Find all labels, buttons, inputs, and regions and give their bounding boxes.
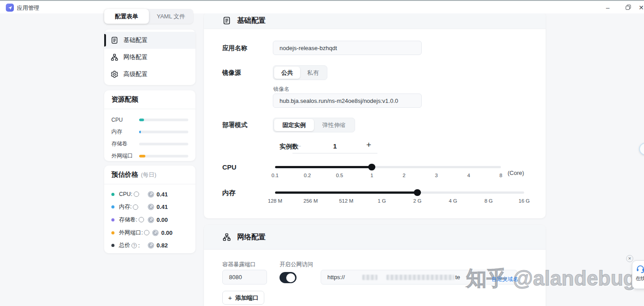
quota-row: 存储卷: [111, 138, 188, 150]
quota-row: 外网端口: [111, 150, 188, 162]
close-icon: ✕: [639, 4, 644, 11]
segmented-option[interactable]: 公共: [274, 67, 300, 79]
deploy-mode-segmented: 固定实例弹性伸缩: [273, 118, 355, 132]
sidebar-nav-item[interactable]: 高级配置: [104, 66, 195, 83]
add-port-button[interactable]: + 添加端口: [222, 291, 264, 305]
memory-slider[interactable]: 128 M256 M512 M1 G2 G4 G8 G16 G: [275, 186, 524, 205]
sidebar-nav-item[interactable]: 基础配置: [104, 32, 195, 49]
deploy-mode-label: 部署模式: [222, 121, 247, 129]
quota-progress-bar: [139, 143, 188, 145]
legend-dot: [111, 218, 114, 221]
quota-progress-bar: [139, 131, 188, 133]
legend-dot: [111, 231, 114, 234]
app-logo-rocket-icon: [6, 4, 14, 12]
price-subtitle: (每日): [141, 171, 157, 179]
public-access-label: 开启公网访问: [280, 261, 313, 268]
public-access-toggle[interactable]: [280, 272, 297, 283]
legend-dot: [111, 193, 114, 196]
slider-tick-label: 0.1: [271, 173, 279, 178]
basic-config-section: 基础配置 应用名称 镜像源 公共私有 镜像名 部署模式 固定实例弹性伸缩 实例数…: [204, 13, 546, 218]
slider-tick-label: 1: [370, 173, 373, 178]
maximize-button[interactable]: [618, 1, 637, 14]
minimize-button[interactable]: –: [597, 1, 618, 14]
coin-icon: [148, 191, 154, 198]
container-port-label: 容器暴露端口: [222, 261, 256, 268]
quota-title: 资源配额: [111, 95, 138, 104]
customer-service-widget[interactable]: 在线客服: [632, 260, 644, 289]
slider-tick-label: 0.5: [336, 173, 343, 178]
coin-icon: [148, 204, 154, 210]
price-row: CPU: 0.41: [111, 188, 188, 201]
memory-slider-thumb[interactable]: [414, 189, 421, 196]
coin-icon: [148, 242, 154, 249]
slider-tick-label: 4: [467, 173, 470, 178]
doc-icon: [110, 36, 119, 44]
resource-quota-card: 资源配额 CPU 内存 存储卷 外网端口: [104, 90, 195, 161]
protocol-prefix: https://: [321, 274, 362, 280]
cpu-slider-fill: [275, 166, 372, 168]
coin-icon: [148, 217, 154, 223]
slider-tick-label: 3: [435, 173, 438, 178]
toggle-knob: [286, 273, 295, 282]
slider-tick-label: 2 G: [413, 198, 422, 204]
custom-domain-link[interactable]: 自定义域名: [491, 276, 518, 283]
replicas-underline: [292, 141, 377, 153]
slider-tick-label: 16 G: [519, 198, 530, 204]
image-name-input[interactable]: [273, 94, 422, 108]
slider-tick-label: 8: [500, 173, 502, 178]
memory-slider-ticks: 128 M256 M512 M1 G2 G4 G8 G16 G: [275, 198, 524, 204]
cpu-slider-thumb[interactable]: [369, 164, 376, 171]
help-icon[interactable]: [139, 217, 144, 222]
help-icon[interactable]: [133, 204, 138, 210]
close-icon: ✕: [628, 256, 631, 261]
domain-blurred-segment: [386, 275, 454, 280]
segmented-option[interactable]: 弹性伸缩: [314, 119, 354, 131]
quota-progress-bar: [139, 155, 188, 157]
view-mode-tab[interactable]: 配置表单: [104, 9, 149, 24]
slider-tick-label: 2: [402, 173, 405, 178]
basic-config-title: 基础配置: [237, 16, 266, 26]
segmented-option[interactable]: 固定实例: [274, 119, 314, 131]
legend-dot: [111, 205, 114, 208]
window-title: 应用管理: [17, 4, 39, 12]
container-port-input[interactable]: [222, 270, 267, 285]
price-card: 预估价格 (每日) CPU: 0.41 内存: 0.41 存储卷:: [104, 166, 195, 253]
service-close-button[interactable]: ✕: [626, 255, 633, 262]
headset-icon: [636, 264, 644, 273]
basic-config-header: 基础配置: [204, 13, 546, 29]
domain-blurred-segment: [362, 275, 377, 280]
close-button[interactable]: ✕: [637, 1, 644, 14]
memory-slider-label: 内存: [222, 189, 236, 197]
help-icon[interactable]: [134, 191, 139, 197]
price-row: 存储卷: 0.00: [111, 213, 188, 226]
help-icon[interactable]: [144, 230, 149, 235]
slider-tick-label: 256 M: [304, 198, 318, 204]
segmented-option[interactable]: 私有: [300, 67, 326, 79]
app-name-input[interactable]: [273, 41, 422, 55]
sidebar-nav-item[interactable]: 网络配置: [104, 49, 195, 66]
slider-tick-label: 1 G: [377, 198, 386, 204]
network-config-title: 网络配置: [237, 233, 266, 242]
image-source-label: 镜像源: [222, 69, 241, 77]
minimize-icon: –: [606, 4, 610, 11]
price-row: 总价 ? : 0.82: [111, 239, 188, 252]
config-nav-card: 基础配置 网络配置 高级配置: [104, 30, 195, 85]
quota-row: CPU: [111, 114, 188, 126]
quota-progress-bar: [139, 119, 188, 121]
view-mode-tab[interactable]: YAML 文件: [149, 9, 194, 24]
gear-icon: [110, 70, 119, 78]
doc-icon: [222, 16, 231, 25]
service-label: 在线客服: [636, 275, 644, 282]
image-name-label: 镜像名: [273, 85, 289, 93]
cpu-slider-label: CPU: [222, 163, 237, 171]
slider-tick-label: 0.2: [304, 173, 311, 178]
price-row: 外网端口: 0.00: [111, 226, 188, 239]
help-icon[interactable]: ?: [131, 243, 137, 248]
cpu-unit-label: (Core): [508, 170, 524, 176]
slider-tick-label: 512 M: [339, 198, 353, 204]
floating-widget-partial[interactable]: [639, 143, 644, 155]
view-mode-tabs: 配置表单YAML 文件: [104, 9, 193, 24]
price-title: 预估价格: [111, 170, 138, 179]
network-config-header: 网络配置: [204, 225, 546, 250]
cpu-slider[interactable]: 0.10.20.512348: [275, 161, 501, 179]
